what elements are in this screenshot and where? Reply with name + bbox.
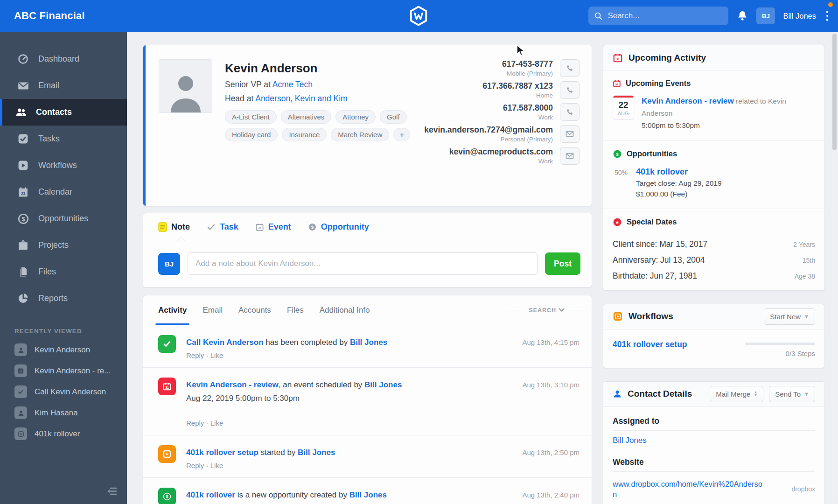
start-new-workflow-button[interactable]: Start New▼ xyxy=(764,308,815,325)
sidebar-item-reports[interactable]: Reports xyxy=(0,285,127,312)
reply-link[interactable]: Reply xyxy=(186,351,204,359)
sidebar-item-contacts[interactable]: Contacts xyxy=(0,99,127,126)
call-button[interactable] xyxy=(560,103,580,121)
workflow-link[interactable]: 401k rollover setup xyxy=(613,340,687,350)
event-time-detail: Aug 22, 2019 5:00pm to 5:30pm xyxy=(186,394,516,403)
recent-item-label: 401k rollover xyxy=(35,429,80,439)
tab-activity[interactable]: Activity xyxy=(158,295,187,325)
tab-email[interactable]: Email xyxy=(203,295,223,325)
sidebar-item-dashboard[interactable]: Dashboard xyxy=(0,46,127,72)
email-entry: kevin@acmeproducts.comWork xyxy=(416,147,580,165)
recent-item-contact[interactable]: Kevin Anderson xyxy=(0,339,127,360)
tab-accounts[interactable]: Accounts xyxy=(238,295,271,325)
overflow-menu-icon[interactable] xyxy=(824,7,831,24)
contact-methods: 617-453-8777Mobile (Primary) 617.366.788… xyxy=(416,59,580,206)
contact-summary-card: Kevin Anderson Senior VP at Acme Tech He… xyxy=(143,45,592,206)
event-title-link[interactable]: Kevin Anderson - review xyxy=(642,97,734,105)
send-to-button[interactable]: Send To▼ xyxy=(769,386,815,402)
sidebar-item-opportunities[interactable]: $ Opportunities xyxy=(0,205,127,232)
reply-link[interactable]: Reply xyxy=(186,419,204,427)
sidebar-item-workflows[interactable]: Workflows xyxy=(0,152,127,179)
sidebar-item-files[interactable]: Files xyxy=(0,259,127,285)
website-row: www.dropbox.com/home/Kevin%20Anderson dr… xyxy=(613,477,815,502)
scrollbar-thumb[interactable] xyxy=(832,34,837,150)
send-email-button[interactable] xyxy=(560,125,580,143)
recent-item-opportunity[interactable]: $ 401k rollover xyxy=(0,423,127,444)
person-icon xyxy=(14,343,27,356)
reports-icon xyxy=(17,292,29,305)
assignee-link[interactable]: Bill Jones xyxy=(613,436,815,445)
composer-tab-task[interactable]: Task xyxy=(207,222,238,232)
recent-item-label: Call Kevin Anderson xyxy=(35,387,106,397)
app-logo-icon[interactable] xyxy=(408,5,429,28)
recent-item-event[interactable]: 31 Kevin Anderson - re... xyxy=(0,360,127,381)
sidebar-item-projects[interactable]: Projects xyxy=(0,232,127,259)
feed-item-title-link[interactable]: 401k rollover setup xyxy=(186,448,258,457)
search-icon xyxy=(594,12,603,21)
post-button[interactable]: Post xyxy=(545,252,580,275)
notifications-bell-icon[interactable] xyxy=(736,10,748,22)
company-link[interactable]: Acme Tech xyxy=(272,80,313,89)
call-button[interactable] xyxy=(560,81,580,99)
tag-pill[interactable]: Alternatives xyxy=(281,110,331,124)
add-tag-button[interactable]: + xyxy=(393,128,410,141)
opportunity-link[interactable]: 401k rollover xyxy=(636,167,722,177)
event-icon: 31 xyxy=(158,378,176,395)
panel-title: Upcoming Activity xyxy=(628,53,706,63)
svg-text:$: $ xyxy=(20,432,22,436)
feed-item-title-link[interactable]: Call Kevin Anderson xyxy=(186,338,264,347)
sidebar-item-label: Email xyxy=(38,81,59,91)
tag-pill[interactable]: March Review xyxy=(331,128,389,141)
website-link[interactable]: www.dropbox.com/home/Kevin%20Anderson xyxy=(613,479,767,500)
composer-tab-event[interactable]: 31 Event xyxy=(255,222,291,232)
actor-link[interactable]: Bill Jones xyxy=(350,338,387,347)
sidebar-item-tasks[interactable]: Tasks xyxy=(0,126,127,152)
composer-tab-opportunity[interactable]: $ Opportunity xyxy=(308,222,369,232)
app-header: ABC Financial BJ Bill Jones xyxy=(0,0,838,32)
brand-title: ABC Financial xyxy=(14,0,85,32)
tab-additional-info[interactable]: Additional Info xyxy=(320,295,370,325)
mail-merge-button[interactable]: Mail Merge▲▼ xyxy=(710,386,763,402)
feed-item-title-link[interactable]: 401k rollover xyxy=(186,490,235,499)
send-email-button[interactable] xyxy=(560,147,580,165)
tag-pill[interactable]: Golf xyxy=(380,110,407,124)
like-link[interactable]: Like xyxy=(210,351,223,359)
like-link[interactable]: Like xyxy=(210,419,223,427)
person-icon xyxy=(613,389,622,399)
household-link[interactable]: Anderson, Kevin and Kim xyxy=(255,94,347,103)
contact-avatar[interactable] xyxy=(159,59,212,113)
reply-link[interactable]: Reply xyxy=(186,462,204,469)
search-input[interactable] xyxy=(608,11,715,21)
sidebar-collapse-icon[interactable] xyxy=(106,486,118,498)
actor-link[interactable]: Bill Jones xyxy=(364,380,402,389)
tag-pill[interactable]: A-List Client xyxy=(225,110,277,124)
recent-item-contact[interactable]: Kim Hasana xyxy=(0,402,127,423)
svg-text:$: $ xyxy=(166,494,168,499)
feed-item-title-link[interactable]: Kevin Anderson - review xyxy=(186,380,279,389)
svg-text:$: $ xyxy=(21,215,25,222)
actor-link[interactable]: Bill Jones xyxy=(298,448,335,457)
opportunities-icon: $ xyxy=(17,212,29,225)
calendar-icon: 31 xyxy=(613,53,623,63)
like-link[interactable]: Like xyxy=(210,462,223,469)
page-scrollbar[interactable] xyxy=(832,34,837,502)
sidebar-item-label: Contacts xyxy=(36,107,72,117)
special-date-row: Client since: Mar 15, 20172 Years xyxy=(613,239,815,249)
call-button[interactable] xyxy=(560,59,580,77)
feed-item: $ 401k rollover is a new opportunity cre… xyxy=(143,478,592,504)
tag-pill[interactable]: Holiday card xyxy=(225,128,278,141)
tag-pill[interactable]: Insurance xyxy=(282,128,327,141)
recent-item-task[interactable]: Call Kevin Anderson xyxy=(0,381,127,402)
actor-link[interactable]: Bill Jones xyxy=(349,490,387,499)
tag-pill[interactable]: Attorney xyxy=(335,110,376,124)
feed-search-toggle[interactable]: SEARCH xyxy=(502,307,592,314)
feed-item-text: 401k rollover setup started by Bill Jone… xyxy=(186,448,516,457)
tab-files[interactable]: Files xyxy=(287,295,304,325)
user-avatar[interactable]: BJ xyxy=(756,7,775,24)
composer-tab-note[interactable]: Note xyxy=(158,222,190,232)
opportunity-icon: $ xyxy=(158,488,176,504)
user-name[interactable]: Bill Jones xyxy=(783,12,816,21)
sidebar-item-email[interactable]: Email xyxy=(0,72,127,99)
sidebar-item-calendar[interactable]: 31 Calendar xyxy=(0,179,127,205)
note-input[interactable] xyxy=(188,252,538,275)
